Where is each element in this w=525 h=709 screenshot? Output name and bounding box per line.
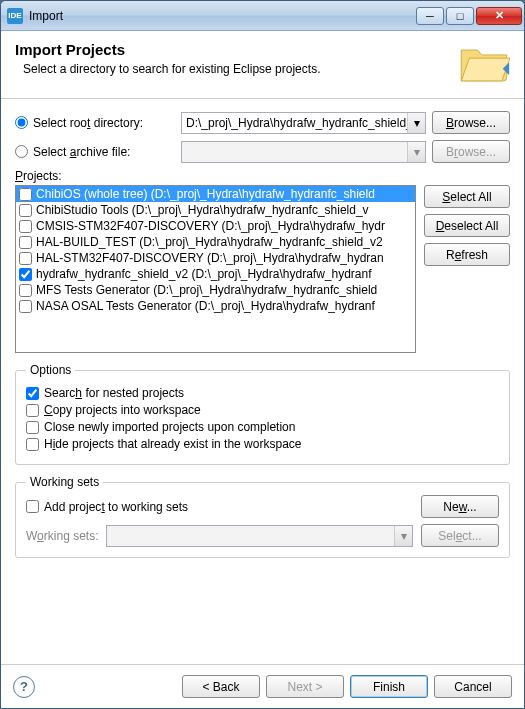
- add-to-working-sets-label: Add project to working sets: [44, 500, 188, 514]
- project-label: ChibiOS (whole tree) (D:\_proj\_Hydra\hy…: [36, 187, 375, 201]
- form: Select root directory: D:\_proj\_Hydra\h…: [1, 99, 524, 664]
- archive-file-radio-input[interactable]: [15, 145, 28, 158]
- maximize-button[interactable]: □: [446, 7, 474, 25]
- archive-file-radio[interactable]: Select archive file:: [15, 145, 175, 159]
- root-directory-value: D:\_proj\_Hydra\hydrafw_hydranfc_shield_…: [182, 116, 407, 130]
- root-directory-label: Select root directory:: [33, 116, 143, 130]
- minimize-button[interactable]: ─: [416, 7, 444, 25]
- titlebar[interactable]: IDE Import ─ □ ✕: [1, 1, 524, 31]
- project-checkbox[interactable]: [19, 236, 32, 249]
- select-all-button[interactable]: Select All: [424, 185, 510, 208]
- root-directory-radio-input[interactable]: [15, 116, 28, 129]
- copy-projects-checkbox[interactable]: [26, 404, 39, 417]
- close-button[interactable]: ✕: [476, 7, 522, 25]
- list-item[interactable]: HAL-STM32F407-DISCOVERY (D:\_proj\_Hydra…: [16, 250, 415, 266]
- finish-button[interactable]: Finish: [350, 675, 428, 698]
- close-imported-label: Close newly imported projects upon compl…: [44, 420, 295, 434]
- back-button[interactable]: < Back: [182, 675, 260, 698]
- page-subtitle: Select a directory to search for existin…: [23, 62, 458, 76]
- list-item[interactable]: MFS Tests Generator (D:\_proj\_Hydra\hyd…: [16, 282, 415, 298]
- project-label: hydrafw_hydranfc_shield_v2 (D:\_proj\_Hy…: [36, 267, 372, 281]
- project-checkbox[interactable]: [19, 300, 32, 313]
- list-item[interactable]: CMSIS-STM32F407-DISCOVERY (D:\_proj\_Hyd…: [16, 218, 415, 234]
- project-checkbox[interactable]: [19, 284, 32, 297]
- search-nested-checkbox[interactable]: [26, 387, 39, 400]
- projects-label: Projects:: [15, 169, 510, 183]
- list-item[interactable]: hydrafw_hydranfc_shield_v2 (D:\_proj\_Hy…: [16, 266, 415, 282]
- folder-open-icon: [458, 41, 510, 88]
- options-legend: Options: [26, 363, 75, 377]
- root-directory-combo[interactable]: D:\_proj\_Hydra\hydrafw_hydranfc_shield_…: [181, 112, 426, 134]
- project-checkbox[interactable]: [19, 252, 32, 265]
- project-label: MFS Tests Generator (D:\_proj\_Hydra\hyd…: [36, 283, 377, 297]
- new-working-set-button[interactable]: New...: [421, 495, 499, 518]
- browse-archive-button: Browse...: [432, 140, 510, 163]
- project-checkbox[interactable]: [19, 188, 32, 201]
- root-directory-radio[interactable]: Select root directory:: [15, 116, 175, 130]
- cancel-button[interactable]: Cancel: [434, 675, 512, 698]
- working-sets-group: Working sets Add project to working sets…: [15, 475, 510, 558]
- page-title: Import Projects: [15, 41, 458, 58]
- banner: Import Projects Select a directory to se…: [1, 31, 524, 99]
- projects-list[interactable]: ChibiOS (whole tree) (D:\_proj\_Hydra\hy…: [15, 185, 416, 353]
- chevron-down-icon: ▾: [407, 142, 425, 162]
- archive-file-label: Select archive file:: [33, 145, 130, 159]
- copy-projects-label: Copy projects into workspace: [44, 403, 201, 417]
- working-sets-combo: ▾: [106, 525, 413, 547]
- app-icon: IDE: [7, 8, 23, 24]
- working-sets-legend: Working sets: [26, 475, 103, 489]
- project-checkbox[interactable]: [19, 268, 32, 281]
- window-title: Import: [29, 9, 414, 23]
- import-dialog: IDE Import ─ □ ✕ Import Projects Select …: [0, 0, 525, 709]
- add-to-working-sets-checkbox[interactable]: [26, 500, 39, 513]
- next-button: Next >: [266, 675, 344, 698]
- search-nested-label: Search for nested projects: [44, 386, 184, 400]
- list-item[interactable]: ChibiOS (whole tree) (D:\_proj\_Hydra\hy…: [16, 186, 415, 202]
- list-item[interactable]: NASA OSAL Tests Generator (D:\_proj\_Hyd…: [16, 298, 415, 314]
- project-label: NASA OSAL Tests Generator (D:\_proj\_Hyd…: [36, 299, 375, 313]
- project-label: ChibiStudio Tools (D:\_proj\_Hydra\hydra…: [36, 203, 369, 217]
- refresh-button[interactable]: Refresh: [424, 243, 510, 266]
- project-checkbox[interactable]: [19, 220, 32, 233]
- help-icon[interactable]: ?: [13, 676, 35, 698]
- hide-existing-label: Hide projects that already exist in the …: [44, 437, 301, 451]
- deselect-all-button[interactable]: Deselect All: [424, 214, 510, 237]
- button-bar: ? < Back Next > Finish Cancel: [1, 664, 524, 708]
- project-label: CMSIS-STM32F407-DISCOVERY (D:\_proj\_Hyd…: [36, 219, 385, 233]
- chevron-down-icon: ▾: [394, 526, 412, 546]
- select-working-set-button: Select...: [421, 524, 499, 547]
- hide-existing-checkbox[interactable]: [26, 438, 39, 451]
- browse-root-button[interactable]: Browse...: [432, 111, 510, 134]
- client-area: Import Projects Select a directory to se…: [1, 31, 524, 708]
- project-checkbox[interactable]: [19, 204, 32, 217]
- list-item[interactable]: HAL-BUILD_TEST (D:\_proj\_Hydra\hydrafw_…: [16, 234, 415, 250]
- list-item[interactable]: ChibiStudio Tools (D:\_proj\_Hydra\hydra…: [16, 202, 415, 218]
- chevron-down-icon[interactable]: ▾: [407, 113, 425, 133]
- close-imported-checkbox[interactable]: [26, 421, 39, 434]
- project-label: HAL-BUILD_TEST (D:\_proj\_Hydra\hydrafw_…: [36, 235, 383, 249]
- project-label: HAL-STM32F407-DISCOVERY (D:\_proj\_Hydra…: [36, 251, 384, 265]
- archive-file-combo: ▾: [181, 141, 426, 163]
- options-group: Options Search for nested projects Copy …: [15, 363, 510, 465]
- working-sets-label: Working sets:: [26, 529, 98, 543]
